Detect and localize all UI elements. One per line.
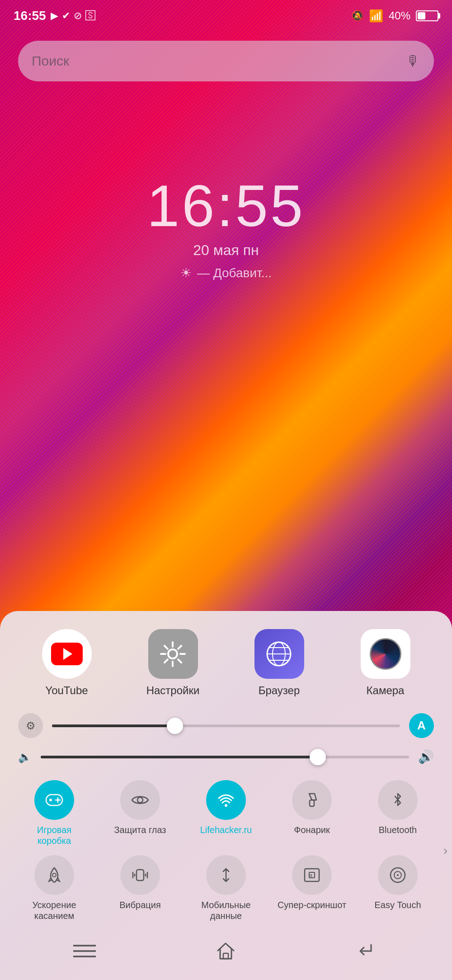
- wifi-toggle-icon: [216, 790, 236, 810]
- svg-line-7: [178, 646, 181, 649]
- svg-line-5: [165, 646, 168, 649]
- youtube-icon[interactable]: [42, 629, 92, 679]
- clock-time: 16:55: [0, 172, 452, 240]
- svg-point-0: [168, 649, 177, 658]
- eye-care-button[interactable]: [120, 780, 160, 820]
- volume-high-icon: 🔊: [418, 749, 434, 764]
- svg-rect-23: [137, 870, 144, 881]
- volume-fill: [41, 756, 317, 758]
- nav-back-button[interactable]: [352, 939, 383, 962]
- toggle-flashlight[interactable]: Фонарик: [271, 780, 353, 846]
- easy-touch-label: Easy Touch: [374, 900, 421, 910]
- search-placeholder: Поиск: [32, 53, 69, 69]
- brightness-settings-icon[interactable]: ⚙: [18, 713, 43, 738]
- eye-icon: [130, 790, 150, 810]
- app-item-camera[interactable]: Камера: [349, 629, 422, 697]
- toggle-vibration[interactable]: Вибрация: [99, 855, 181, 921]
- toggle-eye-care[interactable]: Защита глаз: [99, 780, 181, 846]
- app-item-settings[interactable]: Настройки: [137, 629, 209, 697]
- home-icon: [216, 941, 236, 961]
- clock-display: 16:55 20 мая пн ☀ — Добавит...: [0, 172, 452, 280]
- flashlight-icon: [302, 790, 322, 810]
- status-icons: ▶ ✔ ⊘ 🅂: [51, 10, 95, 22]
- svg-rect-21: [310, 800, 314, 806]
- flashlight-button[interactable]: [292, 780, 332, 820]
- mic-icon[interactable]: 🎙: [406, 53, 420, 70]
- settings-icon[interactable]: [148, 629, 198, 679]
- gallery-icon: 🅂: [85, 10, 95, 22]
- bluetooth-button[interactable]: [378, 780, 418, 820]
- nav-home-button[interactable]: [210, 939, 242, 962]
- sun-icon: ☀: [180, 265, 192, 280]
- app-row: YouTube Н: [14, 629, 438, 697]
- volume-low-icon: 🔈: [18, 751, 32, 763]
- eye-care-label: Защита глаз: [114, 824, 166, 835]
- lifehacker-button[interactable]: [206, 780, 246, 820]
- brightness-thumb: [167, 718, 183, 734]
- bluetooth-label: Bluetooth: [379, 824, 417, 835]
- camera-icon[interactable]: [361, 629, 410, 679]
- toggle-super-screenshot[interactable]: S Супер-скриншот: [271, 855, 353, 921]
- search-bar[interactable]: Поиск 🎙: [18, 41, 434, 81]
- game-mode-button[interactable]: [34, 780, 74, 820]
- globe-svg: [264, 639, 294, 669]
- shield-icon: ✔: [62, 10, 70, 22]
- nav-bar: [14, 930, 438, 966]
- settings-label: Настройки: [146, 684, 200, 697]
- hamburger-icon: [73, 943, 96, 959]
- super-screenshot-label: Супер-скриншот: [278, 900, 346, 910]
- toggle-bluetooth[interactable]: Bluetooth: [357, 780, 438, 846]
- toggle-easy-touch[interactable]: Easy Touch: [357, 855, 438, 921]
- status-right: 🔕 📶 40%: [351, 9, 438, 23]
- volume-slider-row: 🔈 🔊: [14, 749, 438, 764]
- touch-boost-label: Ускорение касанием: [14, 900, 95, 921]
- status-time: 16:55: [14, 9, 46, 23]
- toggle-game-mode[interactable]: Игроваякоробка: [14, 780, 95, 846]
- nav-menu-button[interactable]: [69, 939, 100, 962]
- youtube-play-triangle: [63, 648, 72, 660]
- vibration-button[interactable]: [120, 855, 160, 895]
- svg-line-8: [165, 659, 168, 663]
- svg-rect-38: [223, 953, 228, 959]
- bottom-panel: YouTube Н: [0, 611, 452, 980]
- brightness-track[interactable]: [52, 724, 400, 727]
- mobile-data-icon: [216, 865, 236, 885]
- mobile-data-button[interactable]: [206, 855, 246, 895]
- toggle-mobile-data[interactable]: Мобильные данные: [185, 855, 267, 921]
- svg-point-22: [52, 873, 56, 877]
- game-mode-label: Игроваякоробка: [37, 824, 71, 846]
- status-bar: 16:55 ▶ ✔ ⊘ 🅂 🔕 📶 40%: [0, 0, 452, 32]
- avatar-button[interactable]: A: [409, 713, 434, 738]
- slash-icon: ⊘: [74, 10, 82, 22]
- svg-line-6: [178, 659, 181, 663]
- toggle-touch-boost[interactable]: Ускорение касанием: [14, 855, 95, 921]
- mobile-data-label: Мобильные данные: [185, 900, 267, 921]
- easy-touch-icon: [388, 865, 408, 885]
- easy-touch-button[interactable]: [378, 855, 418, 895]
- chevron-right-icon[interactable]: ›: [443, 843, 447, 858]
- lifehacker-label: Lifehacker.ru: [200, 824, 252, 835]
- browser-label: Браузер: [259, 684, 300, 697]
- svg-marker-20: [309, 794, 316, 800]
- app-item-youtube[interactable]: YouTube: [31, 629, 103, 697]
- brightness-fill: [52, 724, 174, 727]
- app-item-browser[interactable]: Браузер: [243, 629, 315, 697]
- svg-point-34: [397, 874, 399, 876]
- bluetooth-icon: [388, 790, 408, 810]
- camera-lens: [370, 638, 401, 670]
- gear-svg: [158, 639, 188, 669]
- browser-icon[interactable]: [254, 629, 304, 679]
- gamepad-icon: [44, 790, 64, 810]
- wifi-icon: 📶: [369, 9, 383, 23]
- battery-indicator: [416, 10, 438, 21]
- super-screenshot-button[interactable]: S: [292, 855, 332, 895]
- svg-point-19: [225, 804, 227, 807]
- weather-text: — Добавит...: [197, 266, 272, 280]
- touch-boost-button[interactable]: [34, 855, 74, 895]
- svg-point-15: [49, 799, 52, 801]
- toggle-lifehacker[interactable]: Lifehacker.ru: [185, 780, 267, 846]
- svg-point-18: [137, 797, 143, 803]
- toggles-grid: Игроваякоробка Защита глаз: [14, 780, 438, 921]
- flashlight-label: Фонарик: [294, 824, 330, 835]
- volume-track[interactable]: [41, 756, 409, 758]
